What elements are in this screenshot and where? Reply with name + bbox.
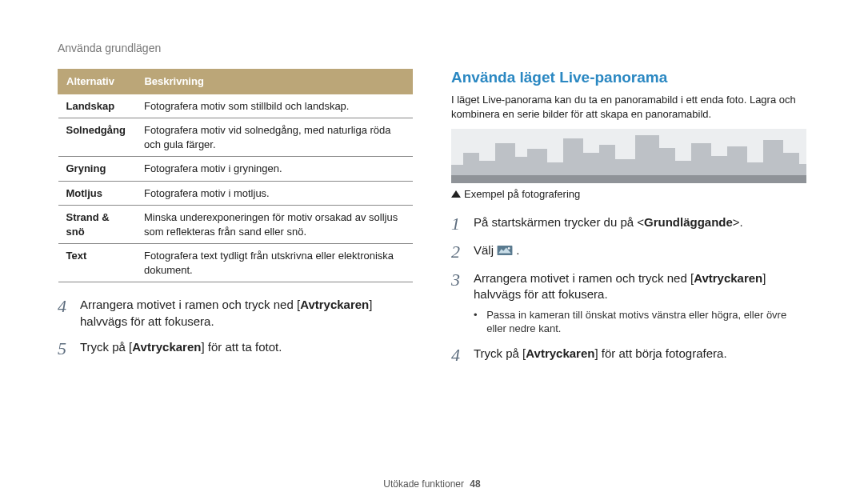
skyline-icon [451, 129, 806, 175]
figure-caption: Exempel på fotografering [451, 188, 806, 200]
cell-option: Solnedgång [58, 118, 136, 157]
cell-option: Landskap [58, 94, 136, 118]
th-option: Alternativ [58, 70, 136, 94]
step-2: 2 Välj . [451, 242, 806, 261]
table-row: TextFotografera text tydligt från utskri… [58, 244, 413, 282]
text-bold: Avtryckaren [300, 298, 369, 311]
step-number: 1 [451, 214, 467, 233]
step-body: Arrangera motivet i ramen och tryck ned … [80, 297, 413, 330]
svg-point-1 [508, 247, 510, 250]
cell-desc: Fotografera text tydligt från utskrivna … [136, 244, 413, 282]
footer-text: Utökade funktioner [383, 478, 464, 490]
cell-option: Motljus [58, 181, 136, 206]
col-right: Använda läget Live-panorama I läget Live… [451, 69, 806, 374]
table-row: Strand & snöMinska underexponeringen för… [58, 206, 413, 244]
cell-desc: Minska underexponeringen för motiv orsak… [136, 206, 413, 244]
sub-text: Passa in kameran till önskat motivs väns… [486, 308, 806, 336]
step-4: 4 Tryck på [Avtryckaren] för att börja f… [451, 346, 806, 364]
step-4: 4 Arrangera motivet i ramen och tryck ne… [58, 297, 413, 330]
text-bold: Avtryckaren [694, 271, 762, 285]
section-header: Använda grundlägen [58, 42, 806, 54]
right-steps: 1 På startskärmen trycker du på <Grundlä… [451, 214, 806, 364]
col-left: Alternativ Beskrivning LandskapFotografe… [58, 69, 413, 374]
cell-desc: Fotografera motiv i motljus. [136, 181, 413, 206]
step-5: 5 Tryck på [Avtryckaren] för att ta foto… [58, 339, 413, 358]
subsection-title: Använda läget Live-panorama [451, 69, 806, 86]
cell-desc: Fotografera motiv som stillbild och land… [136, 94, 413, 118]
cell-desc: Fotografera motiv i gryningen. [136, 157, 413, 182]
table-row: LandskapFotografera motiv som stillbild … [58, 94, 413, 118]
left-steps: 4 Arrangera motivet i ramen och tryck ne… [58, 297, 413, 358]
text: ] för att börja fotografera. [594, 346, 726, 360]
bullet-icon: • [474, 308, 482, 336]
step-body: Arrangera motivet i ramen och tryck ned … [474, 270, 806, 336]
step-sub: •Passa in kameran till önskat motivs vän… [474, 308, 806, 336]
cell-desc: Fotografera motiv vid solnedgång, med na… [136, 118, 413, 157]
page: Använda grundlägen Alternativ Beskrivnin… [0, 0, 864, 504]
cell-option: Gryning [58, 157, 136, 182]
table-row: MotljusFotografera motiv i motljus. [58, 181, 413, 206]
panorama-bar [451, 175, 806, 183]
page-footer: Utökade funktioner 48 [0, 478, 864, 490]
text: På startskärmen trycker du på < [474, 215, 644, 229]
text: Tryck på [ [80, 340, 132, 354]
caption-arrow-icon [451, 190, 461, 198]
step-1: 1 På startskärmen trycker du på <Grundlä… [451, 214, 806, 233]
page-number: 48 [470, 478, 480, 490]
panorama-mode-icon [497, 246, 513, 255]
intro-text: I läget Live-panorama kan du ta en panor… [451, 93, 806, 121]
step-number: 4 [58, 297, 74, 330]
text-bold: Grundläggande [644, 215, 733, 229]
text-bold: Avtryckaren [132, 340, 201, 354]
panorama-illustration [451, 129, 806, 175]
step-body: På startskärmen trycker du på <Grundlägg… [474, 214, 806, 233]
table-row: GryningFotografera motiv i gryningen. [58, 157, 413, 182]
table-row: SolnedgångFotografera motiv vid solnedgå… [58, 118, 413, 157]
columns: Alternativ Beskrivning LandskapFotografe… [58, 69, 806, 374]
text: ] för att ta fotot. [201, 340, 282, 354]
text: Tryck på [ [474, 346, 526, 360]
text: >. [733, 215, 743, 229]
step-number: 2 [451, 242, 467, 261]
text-bold: Avtryckaren [526, 346, 594, 360]
caption-text: Exempel på fotografering [464, 188, 580, 200]
step-body: Tryck på [Avtryckaren] för att börja fot… [474, 346, 806, 364]
step-3: 3 Arrangera motivet i ramen och tryck ne… [451, 270, 806, 336]
step-number: 3 [451, 270, 467, 336]
text: Arrangera motivet i ramen och tryck ned … [474, 271, 694, 285]
cell-option: Text [58, 244, 136, 282]
th-desc: Beskrivning [136, 70, 413, 94]
step-number: 4 [451, 346, 467, 364]
cell-option: Strand & snö [58, 206, 136, 244]
step-body: Tryck på [Avtryckaren] för att ta fotot. [80, 339, 413, 358]
panorama-figure [451, 129, 806, 183]
step-number: 5 [58, 339, 74, 358]
step-body: Välj . [474, 242, 806, 261]
text: Välj [474, 243, 497, 257]
text: . [513, 243, 519, 257]
text: Arrangera motivet i ramen och tryck ned … [80, 298, 300, 311]
options-table: Alternativ Beskrivning LandskapFotografe… [58, 69, 413, 282]
